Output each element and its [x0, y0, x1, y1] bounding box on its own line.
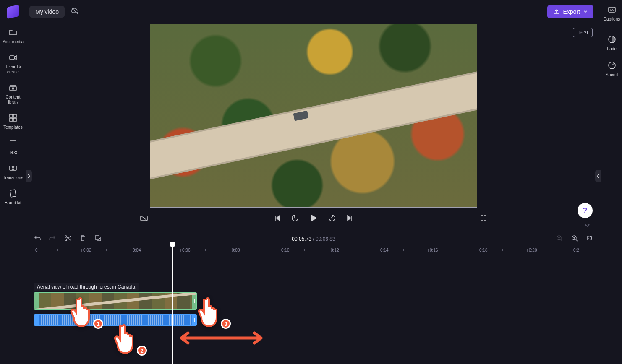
preview-area: 16:9 — [26, 23, 601, 208]
skip-back-button[interactable] — [273, 214, 281, 224]
sidebar-item-brand-kit[interactable]: Brand kit — [0, 185, 26, 210]
fullscreen-button[interactable] — [479, 214, 488, 224]
audio-right-handle[interactable]: II — [192, 315, 196, 325]
svg-rect-14 — [95, 236, 99, 239]
skip-forward-button[interactable] — [346, 214, 354, 224]
hide-preview-button[interactable] — [139, 213, 149, 224]
sidebar-label: Your media — [3, 39, 24, 44]
right-label: Captions — [604, 17, 620, 22]
undo-button[interactable] — [34, 234, 41, 243]
double-arrow-icon — [177, 330, 265, 346]
expand-right-panel-button[interactable] — [595, 170, 601, 182]
right-label: Fade — [607, 47, 617, 52]
divider — [604, 28, 619, 28]
clip-right-handle[interactable]: II — [192, 293, 196, 309]
svg-point-12 — [65, 236, 67, 237]
trash-icon — [79, 234, 86, 242]
playhead[interactable] — [172, 244, 173, 364]
fade-icon — [607, 35, 617, 44]
svg-rect-5 — [10, 118, 13, 121]
svg-point-2 — [12, 88, 14, 89]
timecode-display: 00:05.73 / 00:06.83 — [292, 236, 335, 242]
zoom-out-button[interactable] — [556, 234, 563, 243]
cursor-hand-icon — [194, 292, 227, 330]
svg-rect-3 — [10, 114, 13, 117]
redo-icon — [49, 234, 56, 242]
svg-rect-0 — [10, 56, 14, 60]
duplicate-button[interactable] — [94, 234, 102, 243]
scissors-icon — [64, 234, 71, 242]
help-button[interactable]: ? — [578, 203, 593, 218]
tutorial-drag-arrow — [177, 330, 265, 348]
camcorder-icon — [8, 53, 18, 62]
library-icon — [8, 83, 18, 92]
fullscreen-icon — [479, 214, 488, 222]
sidebar-label: Templates — [3, 125, 23, 130]
export-button[interactable]: Export — [547, 5, 593, 18]
captions-icon: CC — [607, 5, 617, 14]
export-label: Export — [563, 8, 580, 15]
sidebar-item-content-library[interactable]: Content library — [0, 79, 26, 109]
right-item-speed[interactable]: Speed — [601, 56, 622, 82]
sidebar-label: Content library — [1, 95, 25, 105]
svg-rect-6 — [13, 118, 16, 121]
eye-off-icon — [139, 213, 149, 223]
clip-title: Aerial view of road through forest in Ca… — [34, 283, 139, 291]
audio-waveform — [39, 315, 192, 325]
folder-icon — [8, 28, 18, 37]
zoom-in-button[interactable] — [571, 234, 578, 243]
left-sidebar: Your media Record & create Content libra… — [0, 0, 26, 364]
playback-controls: 5 5 — [26, 210, 601, 228]
redo-button[interactable] — [49, 234, 56, 243]
skip-forward-icon — [346, 214, 354, 222]
timeline-toolbar: 00:05.73 / 00:06.83 — [26, 231, 601, 247]
undo-icon — [34, 234, 41, 242]
clip-thumbnails — [39, 293, 192, 309]
rewind-5s-button[interactable]: 5 — [291, 214, 299, 224]
project-title[interactable]: My video — [29, 6, 65, 18]
tutorial-hand-3: 3 — [194, 292, 227, 331]
svg-text:CC: CC — [610, 8, 615, 12]
play-icon — [309, 214, 318, 222]
aspect-ratio-button[interactable]: 16:9 — [573, 28, 593, 37]
right-item-fade[interactable]: Fade — [601, 30, 622, 56]
templates-icon — [8, 113, 18, 122]
chevron-down-icon — [583, 222, 591, 228]
transitions-icon — [8, 164, 18, 173]
svg-rect-4 — [13, 114, 16, 117]
app-logo-icon — [7, 5, 19, 19]
audio-left-handle[interactable]: II — [34, 315, 39, 325]
total-time: 00:06.83 — [316, 236, 335, 242]
clip-left-handle[interactable]: II — [34, 293, 39, 309]
fit-icon — [586, 234, 593, 242]
brand-icon — [8, 189, 18, 198]
preview-frame[interactable] — [150, 24, 477, 208]
zoom-fit-button[interactable] — [586, 234, 593, 243]
main-area: My video Export 16:9 5 5 ? — [26, 0, 601, 364]
duplicate-icon — [94, 234, 102, 242]
timeline-ruler[interactable]: 0 0:02 0:04 0:06 0:08 0:10 0:12 0:14 0:1… — [26, 247, 601, 259]
cloud-off-icon[interactable] — [71, 7, 79, 17]
sidebar-item-templates[interactable]: Templates — [0, 109, 26, 134]
play-button[interactable] — [309, 214, 318, 224]
sidebar-item-transitions[interactable]: Transitions — [0, 159, 26, 185]
svg-text:5: 5 — [294, 216, 296, 220]
chevron-down-icon — [583, 10, 588, 14]
sidebar-item-record-create[interactable]: Record & create — [0, 49, 26, 79]
chevron-left-icon — [596, 174, 600, 179]
right-item-captions[interactable]: CC Captions — [601, 0, 622, 26]
split-button[interactable] — [64, 234, 71, 243]
svg-rect-1 — [10, 86, 16, 91]
sidebar-label: Brand kit — [5, 200, 21, 205]
sidebar-label: Record & create — [1, 65, 25, 75]
sidebar-item-text[interactable]: Text — [0, 134, 26, 159]
collapse-timeline-button[interactable] — [583, 222, 591, 230]
forward-5s-button[interactable]: 5 — [328, 214, 336, 224]
zoom-out-icon — [556, 234, 563, 242]
svg-rect-8 — [10, 190, 16, 197]
text-icon — [8, 138, 18, 148]
delete-button[interactable] — [79, 234, 86, 243]
sidebar-label: Text — [9, 150, 17, 155]
timeline-tracks[interactable]: Aerial view of road through forest in Ca… — [26, 259, 601, 364]
sidebar-item-your-media[interactable]: Your media — [0, 23, 26, 49]
